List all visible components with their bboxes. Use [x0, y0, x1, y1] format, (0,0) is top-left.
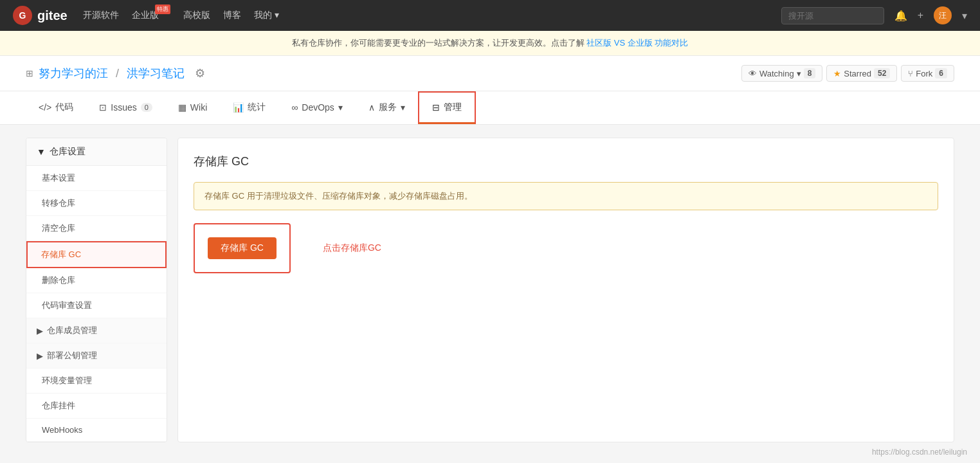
content-area: 存储库 GC 存储库 GC 用于清理垃圾文件、压缩存储库对象，减少存储库磁盘占用… — [177, 138, 954, 442]
page-title: 存储库 GC — [194, 154, 938, 169]
search-input[interactable] — [781, 7, 884, 24]
repo-title-area: ⊞ 努力学习的汪 / 洪学习笔记 ⚙ — [26, 66, 205, 81]
repo-header: ⊞ 努力学习的汪 / 洪学习笔记 ⚙ 👁 Watching ▾ 8 ★ Star… — [0, 56, 980, 91]
sidebar-item-member-management[interactable]: ▶ 仓库成员管理 — [26, 318, 167, 343]
devops-icon: ∞ — [291, 102, 298, 113]
manage-icon: ⊟ — [432, 102, 440, 113]
fork-icon: ⑂ — [908, 69, 913, 78]
chevron-down-icon: ▼ — [37, 147, 46, 157]
star-button[interactable]: ★ Starred 52 — [826, 65, 897, 82]
gc-hint-text: 点击存储库GC — [323, 242, 381, 254]
avatar[interactable]: 汪 — [934, 6, 952, 24]
nav-services[interactable]: ∧ 服务 ▾ — [356, 93, 418, 123]
plus-icon[interactable]: + — [918, 10, 923, 21]
sidebar-item-transfer[interactable]: 转移仓库 — [26, 191, 167, 216]
issues-icon: ⊡ — [99, 102, 107, 113]
nav-link-blog[interactable]: 博客 — [223, 10, 241, 21]
repo-owner[interactable]: 努力学习的汪 — [39, 66, 108, 81]
issues-badge: 0 — [141, 103, 152, 112]
services-icon: ∧ — [368, 102, 375, 113]
site-logo[interactable]: G gitee — [13, 6, 68, 25]
sidebar-item-clear[interactable]: 清空仓库 — [26, 216, 167, 241]
repo-name[interactable]: 洪学习笔记 — [127, 66, 185, 81]
devops-dropdown-icon: ▾ — [338, 102, 343, 113]
logo-icon: G — [13, 6, 32, 25]
title-slash: / — [116, 67, 119, 80]
gc-action-row: 存储库 GC 点击存储库GC — [194, 223, 938, 273]
gc-button[interactable]: 存储库 GC — [208, 237, 277, 259]
repo-navigation: </> 代码 ⊡ Issues 0 ▦ Wiki 📊 统计 ∞ DevOps ▾… — [0, 91, 980, 125]
nav-wiki[interactable]: ▦ Wiki — [165, 93, 220, 123]
enterprise-badge: 特惠 — [155, 5, 170, 14]
stats-icon: 📊 — [233, 102, 244, 113]
fork-count: 6 — [935, 68, 947, 78]
sidebar-item-deploy-keys[interactable]: ▶ 部署公钥管理 — [26, 343, 167, 368]
nav-link-mine[interactable]: 我的 ▾ — [254, 10, 279, 21]
sidebar-item-delete[interactable]: 删除仓库 — [26, 268, 167, 293]
fork-label: Fork — [916, 69, 932, 78]
sidebar-item-gc[interactable]: 存储库 GC — [26, 241, 167, 268]
sidebar-item-basic-settings[interactable]: 基本设置 — [26, 166, 167, 191]
main-content: ▼ 仓库设置 基本设置 转移仓库 清空仓库 存储库 GC 删除仓库 代码审查设置… — [0, 125, 980, 455]
nav-link-enterprise[interactable]: 企业版 特惠 — [132, 10, 159, 21]
gc-info-alert: 存储库 GC 用于清理垃圾文件、压缩存储库对象，减少存储库磁盘占用。 — [194, 182, 938, 210]
chevron-right-icon-2: ▶ — [37, 351, 43, 361]
bell-icon[interactable]: 🔔 — [894, 10, 907, 22]
banner-link[interactable]: 社区版 VS 企业版 功能对比 — [586, 38, 688, 48]
watching-label: Watching — [759, 69, 794, 78]
sidebar: ▼ 仓库设置 基本设置 转移仓库 清空仓库 存储库 GC 删除仓库 代码审查设置… — [26, 138, 167, 442]
nav-right-actions: 🔔 + 汪 ▾ — [781, 6, 967, 24]
nav-code[interactable]: </> 代码 — [26, 93, 86, 123]
watch-dropdown-icon: ▾ — [797, 69, 801, 78]
nav-links: 开源软件 企业版 特惠 高校版 博客 我的 ▾ — [83, 10, 766, 21]
nav-devops[interactable]: ∞ DevOps ▾ — [278, 93, 356, 123]
gc-action-box: 存储库 GC — [194, 223, 291, 273]
watch-count: 8 — [804, 68, 816, 78]
repo-icon: ⊞ — [26, 68, 33, 78]
sidebar-item-widgets[interactable]: 仓库挂件 — [26, 394, 167, 419]
nav-link-opensource[interactable]: 开源软件 — [83, 10, 119, 21]
star-label: Starred — [844, 69, 871, 78]
fork-button[interactable]: ⑂ Fork 6 — [901, 65, 954, 82]
repo-actions: 👁 Watching ▾ 8 ★ Starred 52 ⑂ Fork 6 — [741, 65, 954, 82]
star-icon: ★ — [833, 69, 841, 78]
repo-settings-icon[interactable]: ⚙ — [195, 66, 205, 80]
wiki-icon: ▦ — [178, 102, 186, 113]
watch-button[interactable]: 👁 Watching ▾ 8 — [741, 65, 822, 82]
logo-text: gitee — [37, 8, 68, 23]
services-dropdown-icon: ▾ — [401, 102, 405, 113]
chevron-right-icon: ▶ — [37, 326, 43, 336]
sidebar-item-code-review[interactable]: 代码审查设置 — [26, 293, 167, 318]
sidebar-section-repo-settings[interactable]: ▼ 仓库设置 — [26, 138, 167, 166]
avatar-dropdown-icon[interactable]: ▾ — [962, 10, 967, 22]
code-icon: </> — [39, 102, 51, 113]
eye-icon: 👁 — [749, 69, 757, 78]
footer-hint: https://blog.csdn.net/leilugin — [872, 448, 967, 455]
nav-manage[interactable]: ⊟ 管理 — [418, 91, 476, 124]
nav-link-university[interactable]: 高校版 — [183, 10, 210, 21]
sidebar-section-label: 仓库设置 — [50, 146, 86, 158]
promo-banner: 私有仓库协作，你可能需要更专业的一站式解决方案，让开发更高效。点击了解 社区版 … — [0, 31, 980, 56]
nav-issues[interactable]: ⊡ Issues 0 — [86, 93, 165, 123]
sidebar-item-webhooks[interactable]: WebHooks — [26, 419, 167, 442]
sidebar-item-env-vars[interactable]: 环境变量管理 — [26, 368, 167, 394]
nav-stats[interactable]: 📊 统计 — [220, 93, 278, 123]
star-count: 52 — [874, 68, 890, 78]
top-navigation: G gitee 开源软件 企业版 特惠 高校版 博客 我的 ▾ 🔔 + 汪 ▾ — [0, 0, 980, 31]
